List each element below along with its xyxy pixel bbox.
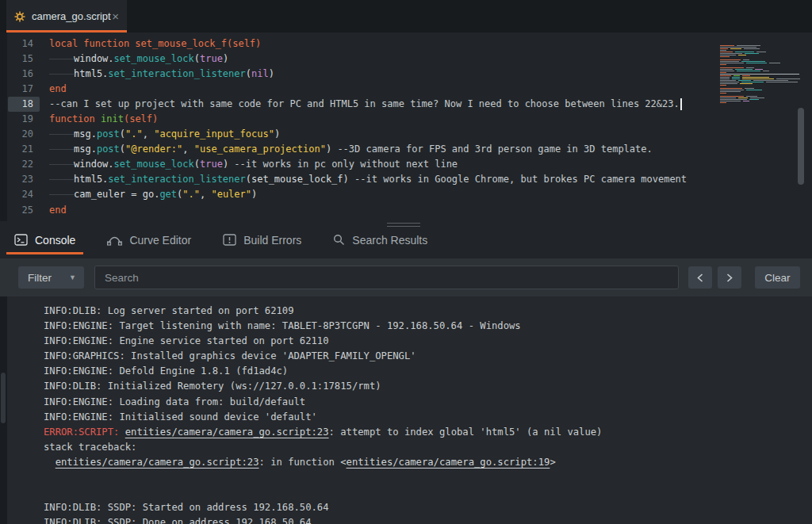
minimap-segment [720, 64, 726, 65]
active-panel-tab-underline [6, 252, 83, 254]
code-line[interactable]: 15window.set_mouse_lock(true) [0, 52, 812, 67]
minimap-segment [720, 78, 730, 79]
minimap-segment [755, 69, 763, 70]
minimap-line [720, 67, 804, 68]
console-line: INFO:DLIB: SSDP: Started on address 192.… [44, 500, 812, 515]
minimap-segment [720, 96, 744, 97]
code-line[interactable]: 21msg.post("@render:", "use_camera_proje… [0, 142, 812, 157]
minimap-line [720, 71, 804, 71]
tab-label: Curve Editor [129, 234, 191, 247]
code-token: true [200, 159, 223, 170]
code-line[interactable]: 24cam_euler = go.get(".", "euler") [0, 187, 812, 202]
tab-search-results[interactable]: Search Results [325, 221, 435, 258]
clear-button[interactable]: Clear [755, 266, 800, 289]
log-text: INFO:ENGINE: Initialised sound device 'd… [44, 411, 317, 423]
minimap-segment [742, 77, 769, 78]
code-token: post [97, 143, 120, 155]
code-line[interactable]: 22window.set_mouse_lock(true) --it works… [0, 157, 812, 172]
minimap-segment [720, 50, 726, 51]
code-line[interactable]: 18--can I set up project with same code … [0, 97, 812, 112]
minimap-segment [720, 93, 726, 94]
script-location-link[interactable]: entities/camera/camera_go.script:23 [56, 457, 259, 468]
code-area[interactable]: 14local function set_mouse_lock_f(self)1… [0, 36, 812, 218]
minimap-segment [720, 47, 756, 48]
search-input[interactable] [94, 266, 679, 289]
error-label: ERROR:SCRIPT: [44, 426, 125, 438]
next-match-button[interactable] [718, 266, 741, 289]
console-line: stack traceback: [44, 440, 812, 455]
minimap-line [720, 96, 804, 97]
build-errors-icon [223, 234, 236, 246]
code-line-text: msg.post(".", "acquire_input_focus") [49, 127, 280, 142]
minimap-line [720, 63, 804, 63]
code-line[interactable]: 20msg.post(".", "acquire_input_focus") [0, 127, 812, 142]
code-token: --it works in pc only without next line [234, 159, 458, 170]
editor-vertical-scrollbar[interactable] [798, 108, 804, 185]
minimap-segment [720, 59, 741, 60]
code-token: set_mouse_lock [114, 53, 194, 64]
log-text: INFO:DLIB: Log server started on port 62… [44, 305, 294, 316]
minimap-segment [745, 88, 754, 89]
code-line[interactable]: 17end [0, 82, 812, 97]
minimap-segment [746, 63, 767, 63]
tab-console[interactable]: Console [6, 221, 83, 258]
console-left-scroll-thumb[interactable] [1, 373, 6, 423]
code-line-text: end [49, 82, 67, 97]
minimap-line [720, 98, 804, 98]
log-text: INFO:ENGINE: Engine service started on p… [44, 335, 329, 346]
minimap-segment [720, 99, 747, 100]
code-token: ) [274, 128, 280, 140]
curve-editor-icon [107, 234, 122, 246]
console-line: INFO:DLIB: SSDP: Done on address 192.168… [44, 515, 812, 524]
code-token: get [159, 189, 177, 200]
code-line[interactable]: 23html5.set_interaction_listener(set_mou… [0, 172, 812, 187]
code-token: set_interaction_listener [108, 68, 245, 79]
line-number: 23 [8, 172, 40, 187]
tab-curve-editor[interactable]: Curve Editor [99, 221, 199, 258]
minimap[interactable] [720, 45, 804, 104]
tab-camera-go-script[interactable]: camera_go.script × [6, 0, 127, 33]
code-line[interactable]: 16html5.set_interaction_listener(nil) [0, 67, 812, 82]
code-line[interactable]: 14local function set_mouse_lock_f(self) [0, 36, 812, 52]
minimap-line [720, 102, 804, 103]
code-token: "use_camera_projection" [194, 143, 326, 155]
minimap-segment [720, 71, 734, 71]
minimap-segment [732, 78, 740, 79]
filter-dropdown[interactable]: Filter ▼ [18, 266, 84, 289]
line-number: 16 [8, 67, 40, 82]
minimap-segment [720, 67, 744, 68]
script-location-link[interactable]: entities/camera/camera_go.script:19 [347, 457, 550, 468]
minimap-segment [720, 55, 736, 55]
code-token: html5. [74, 174, 108, 185]
close-icon[interactable]: × [112, 10, 119, 22]
code-line-text: msg.post("@render:", "use_camera_project… [49, 142, 653, 157]
code-line[interactable]: 19function init(self) [0, 112, 812, 127]
log-text: INFO:ENGINE: Target listening with name:… [44, 320, 521, 331]
minimap-segment [720, 101, 741, 101]
line-number: 22 [8, 157, 40, 172]
minimap-line [720, 52, 804, 52]
code-line[interactable]: 25end [0, 203, 812, 218]
script-location-link[interactable]: entities/camera/camera_go.script:23 [125, 426, 329, 438]
minimap-segment [720, 88, 742, 89]
minimap-segment [750, 98, 764, 98]
tab-label: Console [35, 234, 75, 247]
previous-match-button[interactable] [688, 266, 712, 289]
log-text: stack traceback: [44, 442, 136, 453]
code-token: ) [269, 68, 274, 79]
minimap-segment [720, 69, 733, 70]
console-line: INFO:DLIB: Initialized Remotery (ws://12… [44, 379, 812, 394]
code-token: end [49, 205, 67, 216]
tab-label: Search Results [352, 234, 427, 247]
minimap-line [720, 88, 804, 89]
minimap-line [720, 101, 804, 101]
minimap-line [720, 85, 804, 86]
log-text: INFO:DLIB: SSDP: Started on address 192.… [44, 502, 329, 513]
line-number: 19 [8, 112, 40, 127]
minimap-line [720, 83, 804, 84]
code-line-text: window.set_mouse_lock(true) [49, 52, 228, 67]
log-text [44, 457, 56, 468]
tab-build-errors[interactable]: Build Errors [215, 221, 309, 258]
console-output[interactable]: INFO:DLIB: Log server started on port 62… [0, 296, 812, 524]
minimap-segment [738, 80, 751, 81]
